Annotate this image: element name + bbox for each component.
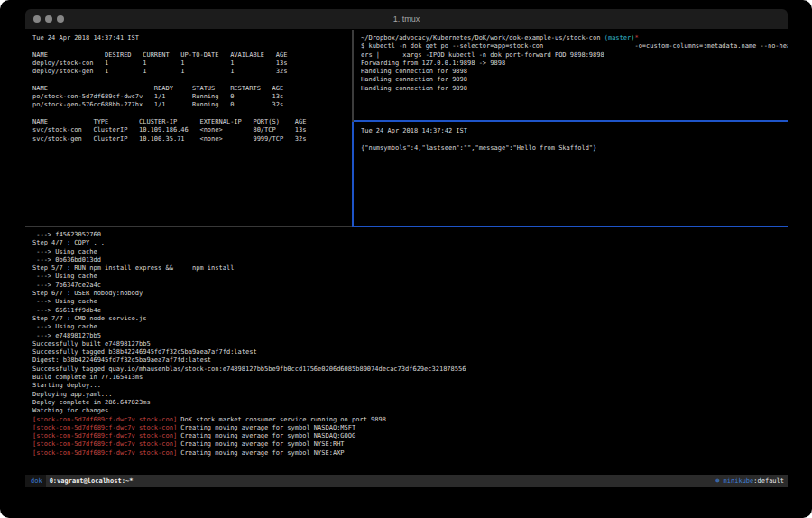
terminal-line: ---> f45623052760 (32, 231, 788, 239)
terminal-line: ~/Dropbox/advocacy/Kubernetes/DoK/work/d… (361, 34, 788, 42)
terminal-line: svc/stock-gen ClusterIP 10.100.35.71 <no… (32, 135, 352, 143)
terminal-line: ers | xargs -IPOD kubectl -n dok port-fo… (361, 51, 788, 60)
terminal-line: ---> Using cache (32, 248, 788, 256)
terminal-line: [stock-con-5d7df689cf-dwc7v stock-con] C… (32, 424, 788, 432)
terminal-window: 1. tmux Tue 24 Apr 2018 14:37:41 ISTNAME… (25, 9, 788, 492)
terminal-line (32, 42, 352, 51)
terminal-line: Handling connection for 9898 (361, 85, 788, 93)
pod-log-message: DoK stock market consumer service runnin… (177, 416, 386, 423)
text-segment: svc/stock-con ClusterIP 10.109.186.46 <n… (32, 126, 306, 134)
terminal-line: ---> e74898127bb5 (32, 332, 788, 340)
tmux-window-label[interactable]: 0:vagrant@localhost:~* (46, 475, 134, 487)
window-title: 1. tmux (25, 14, 788, 23)
terminal-line: po/stock-con-5d7df689cf-dwc7v 1/1 Runnin… (32, 93, 352, 101)
text-segment: Starting deploy... (32, 382, 101, 389)
pod-log-prefix: [stock-con-5d7df689cf-dwc7v stock-con] (32, 449, 177, 457)
text-segment: Deploy complete in 286.647823ms (32, 399, 151, 406)
text-segment: Successfully tagged b38b42246945fd7f32c5… (32, 348, 257, 356)
tmux-status-bar: dok 0:vagrant@localhost:~* ☸ minikube:de… (25, 475, 788, 487)
text-segment: Step 6/7 : USER nobody:nobody (32, 290, 143, 297)
text-segment: {"numsymbols":4,"lastseen":"","message":… (361, 144, 596, 152)
text-segment: svc/stock-gen ClusterIP 10.100.35.71 <no… (32, 135, 306, 143)
terminal-line: [stock-con-5d7df689cf-dwc7v stock-con] C… (32, 449, 788, 458)
text-segment: Handling connection for 9898 (361, 85, 467, 92)
tmux-session: Tue 24 Apr 2018 14:37:41 ISTNAME DESIRED… (25, 30, 788, 492)
terminal-line: Deploying app.yaml... (32, 391, 788, 399)
terminal-line: svc/stock-con ClusterIP 10.109.186.46 <n… (32, 126, 352, 134)
terminal-line (361, 135, 788, 143)
pod-log-prefix: [stock-con-5d7df689cf-dwc7v stock-con] (32, 432, 177, 439)
terminal-line: Successfully tagged quay.io/mhausenblas/… (32, 365, 788, 374)
terminal-line: NAME TYPE CLUSTER-IP EXTERNAL-IP PORT(S)… (32, 118, 352, 126)
terminal-line: NAME DESIRED CURRENT UP-TO-DATE AVAILABL… (32, 51, 352, 60)
text-segment: po/stock-con-5d7df689cf-dwc7v 1/1 Runnin… (32, 93, 283, 100)
git-dirty-marker: * (634, 34, 638, 42)
tmux-session-name[interactable]: dok (25, 475, 46, 487)
text-segment: ---> Using cache (32, 273, 97, 280)
text-segment: ---> 7b6347ce2a4c (32, 282, 101, 289)
pane-curl-output-active[interactable]: Tue 24 Apr 2018 14:37:42 IST{"numsymbols… (354, 122, 788, 226)
tmux-status-right: ☸ minikube:default (715, 475, 788, 487)
terminal-line: $ kubectl -n dok get po --selector=app=s… (361, 42, 788, 51)
pane-kubectl-watch[interactable]: Tue 24 Apr 2018 14:37:41 ISTNAME DESIRED… (25, 30, 352, 226)
terminal-line: Digest: b38b42246945fd7f32c5ba9aea7af7fd… (32, 356, 788, 365)
terminal-line: [stock-con-5d7df689cf-dwc7v stock-con] D… (32, 416, 788, 424)
text-segment: Successfully built e74898127bb5 (32, 340, 151, 347)
terminal-line: ---> 7b6347ce2a4c (32, 282, 788, 290)
text-segment: deploy/stock-gen 1 1 1 1 32s (32, 68, 287, 75)
text-segment: NAME DESIRED CURRENT UP-TO-DATE AVAILABL… (32, 51, 287, 59)
terminal-line: Deploy complete in 286.647823ms (32, 399, 788, 407)
window-titlebar[interactable]: 1. tmux (25, 9, 788, 30)
desktop-background: 1. tmux Tue 24 Apr 2018 14:37:41 ISTNAME… (0, 0, 812, 518)
terminal-line: Step 6/7 : USER nobody:nobody (32, 290, 788, 298)
terminal-line: Successfully built e74898127bb5 (32, 340, 788, 348)
terminal-line: ---> Using cache (32, 273, 788, 281)
terminal-line: Forwarding from 127.0.0.1:9898 -> 9898 (361, 60, 788, 68)
pod-log-message: Creating moving average for symbol NYSE:… (177, 440, 344, 448)
kube-namespace: :default (753, 477, 784, 485)
text-segment: Step 5/7 : RUN npm install express && np… (32, 264, 234, 272)
text-segment: deploy/stock-con 1 1 1 1 13s (32, 60, 287, 67)
terminal-line: Starting deploy... (32, 382, 788, 390)
terminal-line: {"numsymbols":4,"lastseen":"","message":… (361, 144, 788, 153)
terminal-line: ---> Using cache (32, 323, 788, 331)
text-segment: ---> Using cache (32, 298, 97, 305)
text-segment: ers | xargs -IPOD kubectl -n dok port-fo… (361, 51, 604, 59)
terminal-line: Step 4/7 : COPY . . (32, 239, 788, 247)
pod-log-message: Creating moving average for symbol NASDA… (177, 424, 355, 431)
text-segment: Tue 24 Apr 2018 14:37:41 IST (32, 34, 139, 42)
terminal-line: Step 7/7 : CMD node service.js (32, 315, 788, 323)
terminal-line: deploy/stock-con 1 1 1 1 13s (32, 60, 352, 68)
terminal-line: Watching for changes... (32, 407, 788, 415)
git-branch: (master) (604, 34, 635, 42)
terminal-line: ---> 65611ff9db4e (32, 307, 788, 315)
pane-skaffold-log[interactable]: ---> f45623052760Step 4/7 : COPY . . ---… (25, 227, 788, 466)
terminal-line: ---> Using cache (32, 298, 788, 306)
text-segment: ---> f45623052760 (32, 231, 101, 238)
text-segment: Handling connection for 9898 (361, 76, 467, 83)
terminal-line: NAME READY STATUS RESTARTS AGE (32, 85, 352, 93)
terminal-line (32, 110, 352, 118)
terminal-line: [stock-con-5d7df689cf-dwc7v stock-con] C… (32, 432, 788, 440)
pod-log-prefix: [stock-con-5d7df689cf-dwc7v stock-con] (32, 440, 177, 448)
text-segment: po/stock-gen-576cc688bb-277hx 1/1 Runnin… (32, 101, 283, 108)
text-segment: ---> 65611ff9db4e (32, 307, 101, 314)
cwd-path: ~/Dropbox/advocacy/Kubernetes/DoK/work/d… (361, 34, 604, 42)
terminal-line: deploy/stock-gen 1 1 1 1 32s (32, 68, 352, 76)
terminal-line: Handling connection for 9898 (361, 76, 788, 84)
text-segment: Step 4/7 : COPY . . (32, 239, 105, 246)
pod-log-message: Creating moving average for symbol NASDA… (177, 432, 355, 439)
terminal-line: Step 5/7 : RUN npm install express && np… (32, 264, 788, 273)
text-segment: Watching for changes... (32, 407, 120, 414)
pod-log-prefix: [stock-con-5d7df689cf-dwc7v stock-con] (32, 424, 177, 431)
pane-port-forward[interactable]: ~/Dropbox/advocacy/Kubernetes/DoK/work/d… (354, 30, 788, 120)
terminal-line: [stock-con-5d7df689cf-dwc7v stock-con] C… (32, 440, 788, 449)
terminal-line: Tue 24 Apr 2018 14:37:41 IST (32, 34, 352, 42)
text-segment: NAME READY STATUS RESTARTS AGE (32, 85, 283, 92)
text-segment: Build complete in 77.165413ms (32, 374, 143, 381)
text-segment: ---> Using cache (32, 248, 97, 255)
text-segment: Successfully tagged quay.io/mhausenblas/… (32, 365, 466, 373)
text-segment: NAME TYPE CLUSTER-IP EXTERNAL-IP PORT(S)… (32, 118, 306, 125)
text-segment: $ kubectl -n dok get po --selector=app=s… (361, 42, 788, 50)
tmux-top-row: Tue 24 Apr 2018 14:37:41 ISTNAME DESIRED… (25, 30, 788, 226)
